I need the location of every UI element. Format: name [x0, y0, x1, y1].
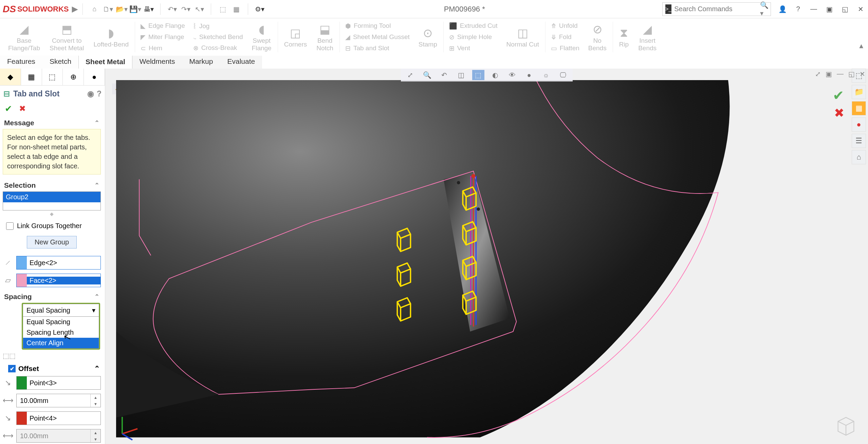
group-item[interactable]: Group2 — [3, 192, 100, 202]
options-toggle-icon[interactable]: ▦ — [229, 2, 243, 16]
spin-down[interactable]: ▼ — [91, 401, 100, 407]
cross-break-button[interactable]: ⊗Cross-Break — [193, 44, 243, 52]
gusset-button[interactable]: ◢Sheet Metal Gusset — [345, 33, 410, 41]
spacing-dropdown[interactable]: Equal Spacing▾ Equal Spacing Spacing Len… — [22, 303, 100, 350]
settings-gear-icon[interactable]: ⚙▾ — [253, 2, 266, 16]
vp-expand-icon[interactable]: ⤢ — [815, 70, 821, 78]
spacing-opt-length[interactable]: Spacing Length — [23, 327, 99, 338]
fold-button[interactable]: ⤋Fold — [551, 33, 579, 41]
sketched-bend-button[interactable]: ⦦Sketched Bend — [193, 33, 243, 41]
close-icon[interactable]: ✕ — [856, 4, 865, 14]
rebuild-icon[interactable]: ⬚ — [216, 2, 229, 16]
lofted-bend-button[interactable]: ◗Lofted-Bend — [89, 20, 133, 54]
collapse-icon[interactable]: ⌃ — [94, 119, 99, 127]
print-icon[interactable]: 🖶▾ — [142, 2, 155, 16]
collapse-icon[interactable]: ⌃ — [94, 293, 99, 300]
face-field[interactable]: Face<2> — [16, 274, 101, 287]
scene-icon[interactable]: ☼ — [540, 70, 552, 80]
graphics-viewport[interactable]: ⤢ ▣ — ◱ ✕ ⤢ 🔍 ↶ ◫ ⬚ ◐ 👁 ● ☼ 🖵 ⬚ 📁 ▦ ● ☰ … — [105, 69, 868, 444]
rip-button[interactable]: ⧗Rip — [614, 20, 634, 54]
home-icon[interactable]: ⌂ — [88, 2, 101, 16]
jog-button[interactable]: ⦚Jog — [193, 22, 243, 30]
offset-start-field[interactable]: Point<3> — [16, 376, 101, 390]
ribbon-collapse-icon[interactable]: ▲ — [858, 42, 865, 50]
maximize-icon[interactable]: ◱ — [840, 4, 850, 14]
forming-tool-button[interactable]: ⬢Forming Tool — [345, 22, 410, 30]
swept-flange-button[interactable]: ◖Swept Flange — [247, 20, 276, 54]
tp-props-icon[interactable]: ☰ — [852, 134, 866, 148]
tab-weldments[interactable]: Weldments — [132, 54, 182, 69]
tp-custom-icon[interactable]: ● — [852, 117, 866, 132]
offset-end-field[interactable]: Point<4> — [16, 411, 101, 425]
hide-show-icon[interactable]: 👁 — [506, 70, 518, 80]
minimize-icon[interactable]: — — [809, 4, 818, 14]
stamp-button[interactable]: ⊙Stamp — [414, 20, 442, 54]
section-icon[interactable]: ◫ — [455, 70, 467, 80]
vp-window-icon[interactable]: ▣ — [826, 70, 832, 78]
spacing-opt-center[interactable]: Center Align — [23, 338, 99, 348]
prev-view-icon[interactable]: ↶ — [438, 70, 450, 80]
ok-button[interactable]: ✔ — [5, 104, 12, 114]
offset-enable-checkbox[interactable]: ✔ — [8, 365, 16, 372]
view-cube[interactable] — [834, 413, 858, 437]
vp-min-icon[interactable]: — — [837, 70, 844, 78]
select-icon[interactable]: ↖▾ — [192, 2, 206, 16]
normal-cut-button[interactable]: ◫Normal Cut — [502, 20, 544, 54]
open-icon[interactable]: 📂▾ — [115, 2, 128, 16]
tab-sheet-metal[interactable]: Sheet Metal — [78, 55, 132, 69]
pm-tab-display-icon[interactable]: ⬚ — [42, 69, 63, 85]
tp-forum-icon[interactable]: ⌂ — [852, 150, 866, 164]
search-commands[interactable]: >_ 🔍▾ — [662, 2, 771, 16]
collapse-icon[interactable]: ⌃ — [94, 365, 100, 373]
extruded-cut-button[interactable]: ⬛Extruded Cut — [449, 22, 498, 30]
vent-button[interactable]: ⊞Vent — [449, 44, 498, 52]
edge-flange-button[interactable]: ◣Edge Flange — [141, 22, 185, 30]
edge-field[interactable]: Edge<2> — [16, 256, 101, 270]
new-group-button[interactable]: New Group — [27, 236, 77, 248]
unfold-button[interactable]: ⤊Unfold — [551, 22, 579, 30]
offset1-input[interactable]: 10.00mm ▲▼ — [16, 394, 101, 407]
help-icon[interactable]: ? — [793, 4, 803, 14]
tab-evaluate[interactable]: Evaluate — [220, 54, 262, 69]
miter-flange-button[interactable]: ◤Miter Flange — [141, 33, 185, 41]
bend-notch-button[interactable]: ⬓Bend Notch — [312, 20, 338, 54]
no-bends-button[interactable]: ⊘No Bends — [584, 20, 611, 54]
pm-tab-feature-icon[interactable]: ◆ — [0, 69, 21, 85]
insert-bends-button[interactable]: ◢Insert Bends — [633, 20, 661, 54]
hem-button[interactable]: ⊂Hem — [141, 44, 185, 52]
undo-icon[interactable]: ↶▾ — [165, 2, 179, 16]
save-icon[interactable]: 💾▾ — [128, 2, 142, 16]
base-flange-button[interactable]: ◢Base Flange/Tab — [3, 20, 45, 54]
convert-button[interactable]: ⬒Convert to Sheet Metal — [45, 20, 89, 54]
pm-help-icon[interactable]: ? — [97, 89, 101, 98]
redo-icon[interactable]: ↷▾ — [179, 2, 192, 16]
orientation-triad[interactable] — [115, 413, 143, 441]
tab-features[interactable]: Features — [0, 54, 42, 69]
offset2-input[interactable]: 10.00mm ▲▼ — [16, 429, 101, 443]
vp-close-icon[interactable]: ✕ — [860, 70, 865, 78]
render-icon[interactable]: 🖵 — [557, 70, 569, 80]
pm-tab-appear-icon[interactable]: ● — [84, 69, 105, 85]
spin-up[interactable]: ▲ — [91, 394, 100, 401]
appearance-icon[interactable]: ● — [523, 70, 535, 80]
view-orient-icon[interactable]: ⬚ — [472, 70, 484, 80]
spin-down[interactable]: ▼ — [91, 436, 100, 442]
tab-sketch[interactable]: Sketch — [42, 54, 78, 69]
corners-button[interactable]: ◲Corners — [279, 20, 312, 54]
search-icon[interactable]: 🔍▾ — [760, 1, 769, 17]
link-groups-checkbox[interactable] — [6, 222, 14, 230]
spacing-opt-equal[interactable]: Equal Spacing — [23, 317, 99, 327]
cancel-button[interactable]: ✖ — [19, 104, 26, 113]
chevron-right-icon[interactable]: ▶ — [72, 5, 78, 14]
spin-up[interactable]: ▲ — [91, 429, 100, 436]
new-icon[interactable]: 🗋▾ — [101, 2, 115, 16]
flatten-button[interactable]: ▭Flatten — [551, 44, 579, 52]
user-icon[interactable]: 👤 — [778, 4, 787, 14]
pm-preview-icon[interactable]: ◉ — [87, 89, 94, 98]
restore-icon[interactable]: ▣ — [825, 4, 834, 14]
zoom-area-icon[interactable]: 🔍 — [421, 70, 433, 80]
tp-appearances-icon[interactable]: ▦ — [852, 101, 866, 115]
display-style-icon[interactable]: ◐ — [489, 70, 501, 80]
search-input[interactable] — [674, 5, 760, 13]
tab-slot-button[interactable]: ⊟Tab and Slot — [345, 44, 410, 52]
